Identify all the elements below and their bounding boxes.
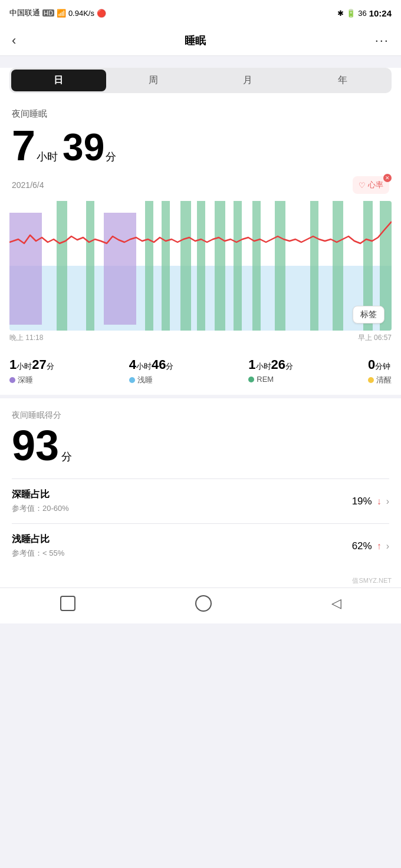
metric-deep-title: 深睡占比 xyxy=(12,489,69,501)
nav-circle-button[interactable] xyxy=(195,595,212,612)
watermark: 值SMYZ.NET xyxy=(0,574,401,588)
rem-label: REM xyxy=(257,375,274,384)
deep-mins-unit: 分 xyxy=(47,362,54,371)
metric-deep-value: 19% xyxy=(352,496,372,507)
deep-stage-name-row: 深睡 xyxy=(9,375,33,385)
rem-mins: 26 xyxy=(271,357,285,372)
light-hours-unit: 小时 xyxy=(136,362,152,371)
sleep-hours-number: 7 xyxy=(12,124,35,167)
more-button[interactable]: ··· xyxy=(375,33,389,48)
score-number: 93 xyxy=(12,424,59,467)
stage-awake-duration: 0分钟 xyxy=(368,357,390,372)
sleep-minutes-number: 39 xyxy=(63,128,104,166)
svg-rect-6 xyxy=(162,201,170,331)
rem-stage-name-row: REM xyxy=(248,375,274,384)
chart-time-end: 早上 06:57 xyxy=(358,333,392,343)
tag-button[interactable]: 标签 xyxy=(353,306,384,324)
tab-bar: 日 周 月 年 xyxy=(9,68,392,93)
heart-rate-badge[interactable]: ♡ 心率 ✕ xyxy=(353,176,389,194)
metric-deep-trend-icon: ↓ xyxy=(377,496,382,507)
metric-deep-right: 19% ↓ › xyxy=(352,496,389,507)
svg-rect-5 xyxy=(145,201,153,331)
deep-hours-unit: 小时 xyxy=(17,362,32,371)
tab-month[interactable]: 月 xyxy=(200,70,295,91)
awake-dot xyxy=(368,377,374,383)
awake-label: 清醒 xyxy=(376,375,392,385)
deep-mins: 27 xyxy=(32,357,46,372)
stage-deep-duration: 1小时27分 xyxy=(9,357,54,372)
nav-back-button[interactable]: ◁ xyxy=(331,596,341,611)
sleep-date: 2021/6/4 xyxy=(12,180,44,190)
tab-day[interactable]: 日 xyxy=(11,70,106,91)
bottom-nav: ◁ xyxy=(0,588,401,623)
back-button[interactable]: ‹ xyxy=(12,33,16,48)
chart-time-labels: 晚上 11:18 早上 06:57 xyxy=(0,331,401,345)
svg-rect-10 xyxy=(234,201,242,331)
score-label: 夜间睡眠得分 xyxy=(12,410,389,421)
light-stage-name-row: 浅睡 xyxy=(129,375,153,385)
metric-deep-sleep[interactable]: 深睡占比 参考值：20-60% 19% ↓ › xyxy=(12,478,389,523)
bluetooth-icon: ✱ xyxy=(337,9,344,18)
sleep-duration: 7 小时 39 分 xyxy=(12,124,389,167)
stage-deep-sleep: 1小时27分 深睡 xyxy=(9,357,54,385)
light-mins: 46 xyxy=(152,357,166,372)
sleep-section: 夜间睡眠 7 小时 39 分 2021/6/4 ♡ 心率 ✕ xyxy=(0,99,401,194)
tab-year[interactable]: 年 xyxy=(295,70,390,91)
rem-hours-unit: 小时 xyxy=(256,362,271,371)
stage-rem: 1小时26分 REM xyxy=(248,357,293,385)
svg-rect-14 xyxy=(333,201,343,331)
svg-rect-13 xyxy=(310,201,318,331)
heart-icon: ♡ xyxy=(359,181,366,190)
heart-rate-close-button[interactable]: ✕ xyxy=(383,174,392,182)
svg-rect-11 xyxy=(252,201,261,331)
metric-light-left: 浅睡占比 参考值：< 55% xyxy=(12,533,64,559)
deep-sleep-label: 深睡 xyxy=(18,375,33,385)
metric-light-ref: 参考值：< 55% xyxy=(12,548,64,559)
heart-rate-label: 心率 xyxy=(368,180,383,190)
awake-stage-name-row: 清醒 xyxy=(368,375,392,385)
rem-dot xyxy=(248,377,254,382)
metric-deep-chevron: › xyxy=(386,496,389,507)
metric-light-title: 浅睡占比 xyxy=(12,533,64,546)
sleep-minutes-unit: 分 xyxy=(106,150,116,164)
svg-rect-1 xyxy=(9,213,42,325)
battery-icon: 🔋 xyxy=(346,9,356,18)
top-nav: ‹ 睡眠 ··· xyxy=(0,26,401,56)
chart-time-start: 晚上 11:18 xyxy=(9,333,43,343)
awake-hours: 0 xyxy=(368,357,375,372)
light-mins-unit: 分 xyxy=(166,362,173,371)
metric-light-sleep[interactable]: 浅睡占比 参考值：< 55% 62% ↑ › xyxy=(12,523,389,568)
sleep-stages: 1小时27分 深睡 4小时46分 浅睡 1小时26分 REM xyxy=(0,350,401,398)
score-value-row: 93 分 xyxy=(12,424,389,467)
light-sleep-dot xyxy=(129,377,135,383)
sleep-chart-svg xyxy=(9,201,392,331)
awake-unit: 分钟 xyxy=(375,362,390,371)
metric-light-trend-icon: ↑ xyxy=(377,541,382,552)
battery-level: 36 xyxy=(358,9,366,18)
nav-square-button[interactable] xyxy=(60,596,75,611)
deep-sleep-dot xyxy=(9,377,15,383)
date-row: 2021/6/4 ♡ 心率 ✕ xyxy=(12,176,389,194)
stage-rem-duration: 1小时26分 xyxy=(248,357,293,372)
svg-rect-12 xyxy=(275,201,285,331)
rem-mins-unit: 分 xyxy=(285,362,293,371)
tab-week[interactable]: 周 xyxy=(106,70,201,91)
rem-hours: 1 xyxy=(248,357,255,372)
svg-rect-2 xyxy=(104,213,136,325)
score-unit: 分 xyxy=(61,450,72,464)
hd-icon: HD xyxy=(42,9,54,16)
stage-light-sleep: 4小时46分 浅睡 xyxy=(129,357,174,385)
stage-light-duration: 4小时46分 xyxy=(129,357,174,372)
status-bar: 中国联通 HD 📶 0.94K/s 🔴 ✱ 🔋 36 10:24 xyxy=(0,0,401,26)
time-display: 10:24 xyxy=(369,8,392,18)
svg-rect-8 xyxy=(197,201,205,331)
svg-rect-4 xyxy=(86,201,94,331)
sleep-section-label: 夜间睡眠 xyxy=(12,108,389,120)
carrier-label: 中国联通 xyxy=(9,8,40,18)
metric-deep-left: 深睡占比 参考值：20-60% xyxy=(12,489,69,514)
svg-rect-3 xyxy=(57,201,67,331)
metric-light-chevron: › xyxy=(386,541,389,552)
signal-icon: 📶 xyxy=(57,9,66,18)
main-content: 日 周 月 年 夜间睡眠 7 小时 39 分 2021/6/4 ♡ 心率 ✕ xyxy=(0,68,401,588)
sleep-hours-unit: 小时 xyxy=(37,150,58,164)
